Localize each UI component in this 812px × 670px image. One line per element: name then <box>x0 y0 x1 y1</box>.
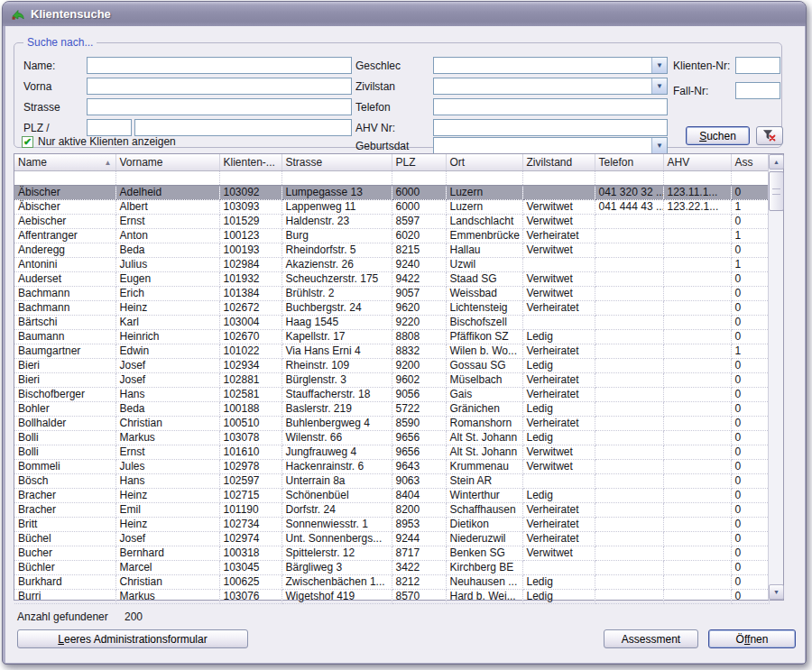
klienten-nr-input[interactable] <box>735 57 780 74</box>
table-cell <box>663 387 731 401</box>
table-cell: 0 <box>731 416 769 430</box>
table-row[interactable]: AudersetEugen101932Scheuchzerstr. 175942… <box>14 271 769 286</box>
ort-input[interactable] <box>134 119 352 136</box>
table-row[interactable]: AebischerErnst101529Haldenstr. 238597Lan… <box>14 214 769 228</box>
table-cell: 102597 <box>219 473 281 488</box>
scrollbar-thumb[interactable] <box>769 171 784 211</box>
column-header[interactable]: Strasse <box>281 154 392 170</box>
ahv-label: AHV Nr: <box>355 122 395 134</box>
empty-admin-form-button[interactable]: Leeres Administrationsformular <box>17 629 248 648</box>
active-clients-checkbox[interactable] <box>22 136 33 148</box>
table-row[interactable]: BracherEmil101190Dorfstr. 248200Schaffha… <box>14 502 769 517</box>
scroll-down-icon[interactable]: ▼ <box>769 584 784 600</box>
telefon-input[interactable] <box>433 98 668 115</box>
table-cell: 0 <box>731 185 769 199</box>
title-bar[interactable]: Klientensuche <box>3 2 806 26</box>
table-row[interactable]: BüchelJosef102974Unt. Sonnenbergs...9244… <box>14 531 769 546</box>
table-cell: Verwitwet <box>522 459 595 473</box>
table-row[interactable]: BöschHans102597Unterrain 8a9063Stein AR0 <box>14 473 769 488</box>
clear-filter-button[interactable] <box>756 126 783 145</box>
table-row[interactable]: BommeliJules102978Hackenrainstr. 69643Kr… <box>14 459 769 473</box>
geschlecht-combo[interactable]: ▼ <box>433 57 668 74</box>
column-header[interactable]: Telefon <box>595 154 663 170</box>
column-header[interactable]: Ass <box>731 154 769 170</box>
table-row[interactable]: BolliMarkus103078Wilenstr. 669656Alt St.… <box>14 430 769 445</box>
geburtsdatum-combo[interactable]: ▼ <box>433 137 668 154</box>
table-row[interactable]: BüchlerMarcel103045Bärgliweg 33422Kirchb… <box>14 560 769 574</box>
table-cell <box>595 517 663 531</box>
chevron-down-icon[interactable]: ▼ <box>651 138 667 153</box>
table-row[interactable]: BärtschiKarl103004Haag 15459220Bischofsz… <box>14 315 769 329</box>
strasse-input[interactable] <box>87 98 352 115</box>
klienten-nr-label: Klienten-Nr: <box>673 60 730 72</box>
filter-cell[interactable] <box>595 170 663 185</box>
search-button[interactable]: Suchen <box>686 126 750 145</box>
table-cell <box>595 315 663 329</box>
table-cell: 8597 <box>392 214 446 228</box>
filter-cell[interactable] <box>219 170 281 185</box>
chevron-down-icon[interactable]: ▼ <box>651 58 667 73</box>
table-row[interactable]: ÄbischerAdelheid103092Lumpegasse 136000L… <box>14 185 769 199</box>
table-row[interactable]: AndereggBeda100193Rheindorfstr. 58215Hal… <box>14 243 769 257</box>
table-row[interactable]: BieriJosef102934Rheinstr. 1099200Gossau … <box>14 358 769 372</box>
table-cell: Bieri <box>14 358 115 372</box>
table-row[interactable]: BachmannErich101384Brühlstr. 29057Weissb… <box>14 286 769 300</box>
table-row[interactable]: BieriJosef102881Bürglenstr. 39602Müselba… <box>14 372 769 387</box>
table-row[interactable]: ÄbischerAlbert103093Lappenweg 116000Luze… <box>14 199 769 214</box>
filter-cell[interactable] <box>446 170 522 185</box>
name-input[interactable] <box>87 57 352 74</box>
column-header[interactable]: AHV <box>663 154 731 170</box>
table-row[interactable]: BachmannHeinz102672Buchbergstr. 249620Li… <box>14 300 769 315</box>
column-header[interactable]: Klienten-... <box>219 154 281 170</box>
zivilstand-combo[interactable]: ▼ <box>433 78 668 95</box>
filter-cell[interactable] <box>14 170 115 185</box>
table-cell: 0 <box>731 214 769 228</box>
table-cell: 102934 <box>219 358 281 372</box>
fall-nr-input[interactable] <box>735 82 780 99</box>
table-row[interactable]: AntoniniJulius102984Akazienstr. 269240Uz… <box>14 257 769 271</box>
table-row[interactable]: BohlerBeda100188Baslerstr. 2195722Gränic… <box>14 401 769 416</box>
table-row[interactable]: BurkhardChristian100625Zwischenbächen 1.… <box>14 574 769 589</box>
filter-cell[interactable] <box>522 170 595 185</box>
table-row[interactable]: BracherHeinz102715Schönenbüel8404Wintert… <box>14 488 769 502</box>
table-row[interactable]: BucherBernhard100318Spittelerstr. 128717… <box>14 546 769 560</box>
filter-cell[interactable] <box>392 170 446 185</box>
vorname-input[interactable] <box>87 78 352 95</box>
filter-cell[interactable] <box>731 170 769 185</box>
column-header[interactable]: Vorname <box>115 154 219 170</box>
column-header[interactable]: Zivilstand <box>522 154 595 170</box>
table-row[interactable]: BollhalderChristian100510Buhlenbergweg 4… <box>14 416 769 430</box>
open-button[interactable]: Öffnen <box>708 629 796 648</box>
chevron-down-icon[interactable]: ▼ <box>651 78 667 94</box>
table-row[interactable]: BurriMarkus103076Wigetshof 4198570Hard b… <box>14 589 769 603</box>
plz-input[interactable] <box>87 119 132 136</box>
column-header[interactable]: PLZ <box>392 154 446 170</box>
column-header[interactable]: Ort <box>446 154 522 170</box>
table-row[interactable]: BrittHeinz102734Sonnenwiesstr. 18953Diet… <box>14 517 769 531</box>
filter-cell[interactable] <box>281 170 392 185</box>
table-row[interactable]: BaumgartnerEdwin101022Via Hans Erni 4883… <box>14 344 769 358</box>
table-row[interactable]: AffentrangerAnton100123Burg6020Emmenbrüc… <box>14 228 769 243</box>
table-cell: 100123 <box>219 228 281 243</box>
table-cell: Albert <box>115 199 219 214</box>
table-cell: Jungfrauweg 4 <box>281 445 392 459</box>
table-cell: 0 <box>731 401 769 416</box>
table-cell: 6000 <box>392 199 446 214</box>
table-cell: Burri <box>14 589 115 603</box>
filter-row[interactable] <box>14 170 769 185</box>
table-row[interactable]: BischofbergerHans102581Stauffacherstr. 1… <box>14 387 769 401</box>
filter-cell[interactable] <box>115 170 219 185</box>
table-row[interactable]: BaumannHeinrich102670Kapellstr. 178808Pf… <box>14 329 769 344</box>
table-cell: 041 444 43 ... <box>595 199 663 214</box>
scroll-up-icon[interactable]: ▲ <box>769 154 784 170</box>
filter-cell[interactable] <box>663 170 731 185</box>
column-header[interactable]: Name▲ <box>14 154 115 170</box>
active-clients-checkbox-row[interactable]: Nur aktive Klienten anzeigen <box>22 135 176 148</box>
vertical-scrollbar[interactable]: ▲ ▼ <box>768 154 783 600</box>
table-cell: Beda <box>115 243 219 257</box>
assessment-button[interactable]: Assessment <box>604 629 698 648</box>
table-row[interactable]: BolliErnst101610Jungfrauweg 49656Alt St.… <box>14 445 769 459</box>
table-cell: Schönenbüel <box>281 488 392 502</box>
table-cell <box>522 473 595 488</box>
ahv-input[interactable] <box>433 119 668 136</box>
